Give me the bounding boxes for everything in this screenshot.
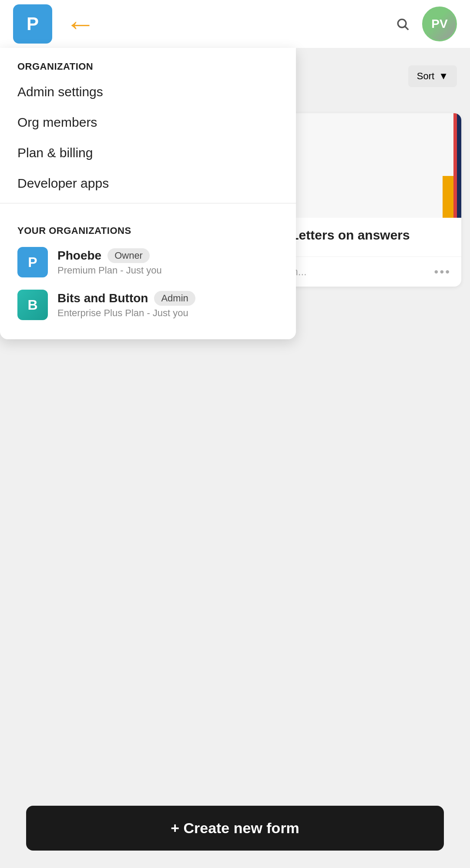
app-header: P ← PV: [0, 0, 470, 48]
divider: [0, 203, 296, 203]
header-left: P ←: [13, 4, 96, 44]
svg-line-1: [405, 27, 408, 30]
plan-billing-item[interactable]: Plan & billing: [0, 138, 296, 168]
phoebe-org-avatar: P: [17, 247, 48, 277]
search-button[interactable]: [392, 13, 413, 35]
phoebe-org-badge: Owner: [107, 248, 150, 263]
user-avatar[interactable]: PV: [422, 7, 457, 41]
header-right: PV: [392, 7, 457, 41]
bitsbutton-org-info: Bits and Button Admin Enterprise Plus Pl…: [57, 291, 279, 319]
phoebe-org-info: Phoebe Owner Premium Plan - Just you: [57, 248, 279, 276]
bitsbutton-org-badge: Admin: [154, 291, 195, 306]
sort-label: Sort: [417, 71, 434, 82]
org-members-item[interactable]: Org members: [0, 107, 296, 138]
your-orgs-section: YOUR ORGANIZATIONS P Phoebe Owner Premiu…: [0, 208, 296, 331]
svg-point-0: [398, 19, 406, 27]
search-icon: [396, 17, 410, 31]
developer-apps-item[interactable]: Developer apps: [0, 168, 296, 199]
bitsbutton-org-avatar: B: [17, 290, 48, 320]
sort-dropdown[interactable]: Sort ▼: [408, 65, 457, 87]
preview-bar-red: [453, 113, 457, 218]
bitsbutton-org-plan: Enterprise Plus Plan - Just you: [57, 307, 279, 319]
admin-settings-item[interactable]: Admin settings: [0, 77, 296, 107]
org-section-label: ORGANIZATION: [0, 48, 296, 77]
org-bitsbutton-item[interactable]: B Bits and Button Admin Enterprise Plus …: [0, 284, 296, 326]
phoebe-org-plan: Premium Plan - Just you: [57, 265, 279, 276]
preview-bar-navy: [457, 113, 461, 218]
create-new-form-button[interactable]: + Create new form: [26, 806, 444, 851]
org-avatar-button[interactable]: P: [13, 4, 52, 44]
bitsbutton-org-name: Bits and Button: [57, 291, 148, 305]
create-btn-label: + Create new form: [171, 820, 299, 837]
org-phoebe-item[interactable]: P Phoebe Owner Premium Plan - Just you: [0, 241, 296, 284]
your-orgs-label: YOUR ORGANIZATIONS: [0, 212, 296, 241]
form-menu-btn-2[interactable]: •••: [434, 265, 451, 279]
phoebe-name-row: Phoebe Owner: [57, 248, 279, 263]
org-dropdown: ORGANIZATION Admin settings Org members …: [0, 48, 296, 339]
back-arrow-icon: ←: [65, 9, 96, 39]
preview-bar-yellow: [443, 176, 453, 218]
chevron-down-icon: ▼: [439, 71, 448, 82]
phoebe-org-name: Phoebe: [57, 249, 101, 263]
bitsbutton-name-row: Bits and Button Admin: [57, 291, 279, 306]
